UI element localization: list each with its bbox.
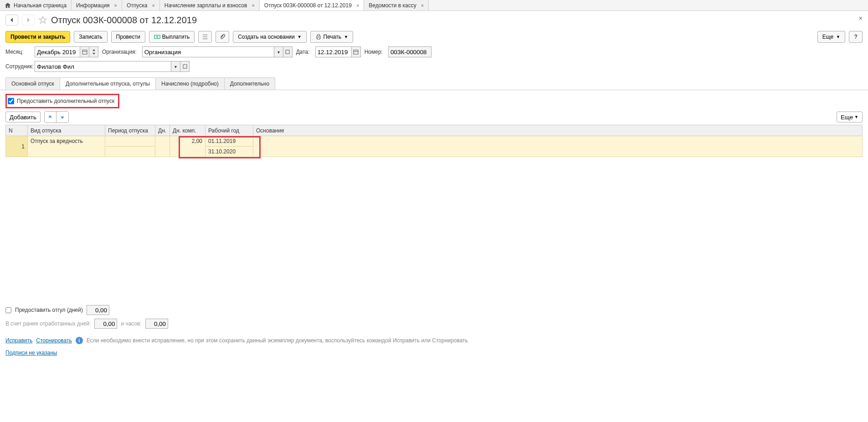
cell-work-year-from[interactable]: 01.11.2019 — [205, 136, 253, 147]
col-header-type[interactable]: Вид отпуска — [28, 125, 105, 136]
cell-n[interactable]: 1 — [6, 136, 28, 157]
cell-days-comp[interactable]: 2,00 — [170, 136, 205, 157]
arrow-left-icon — [9, 17, 15, 23]
additional-vacation-checkbox-label: Предоставить дополнительный отпуск — [17, 98, 114, 104]
table-row[interactable]: 1 Отпуск за вредность 2,00 01.11.2019 — [6, 136, 863, 147]
arrow-up-icon — [47, 114, 53, 120]
tab-cash-registers[interactable]: Ведомости в кассу × — [364, 0, 429, 10]
form-row-1: Месяц: Организация: ▾ Дата: Номер: — [0, 45, 868, 59]
org-input[interactable] — [142, 46, 274, 57]
move-up-button[interactable] — [45, 112, 56, 122]
additional-vacation-checkbox-row: Предоставить дополнительный отпуск — [8, 96, 114, 106]
correct-link[interactable]: Исправить — [5, 337, 32, 344]
signatures-link[interactable]: Подписи не указаны — [5, 350, 57, 356]
add-row-button[interactable]: Добавить — [5, 112, 41, 122]
tab-label: Начальная страница — [14, 2, 67, 9]
hours-input[interactable] — [145, 319, 168, 329]
employee-input[interactable] — [35, 61, 171, 72]
post-button[interactable]: Провести — [111, 31, 145, 43]
cell-period-to[interactable] — [105, 147, 155, 157]
cell-basis[interactable] — [253, 136, 863, 157]
star-icon[interactable] — [38, 15, 47, 25]
list-button[interactable] — [198, 31, 212, 43]
tab-main-vacation[interactable]: Основной отпуск — [5, 77, 60, 90]
chevron-down-icon: ▼ — [854, 115, 858, 119]
close-icon[interactable]: × — [252, 3, 254, 8]
arrow-right-icon — [26, 17, 31, 23]
employee-open-button[interactable] — [180, 61, 190, 72]
more-button[interactable]: Еще ▼ — [817, 31, 845, 43]
worked-days-row: В счет ранее отработанных дней: и часов: — [5, 317, 863, 330]
worked-days-input[interactable] — [94, 319, 117, 329]
compensatory-label: Предоставить отгул (дней) — [15, 307, 83, 313]
org-label: Организация: — [102, 49, 137, 55]
close-icon[interactable]: × — [421, 3, 424, 8]
date-input[interactable] — [315, 46, 352, 57]
tab-payroll[interactable]: Начисление зарплаты и взносов × — [160, 0, 260, 10]
post-and-close-button[interactable]: Провести и закрыть — [5, 31, 70, 43]
calendar-icon — [353, 49, 359, 55]
print-button[interactable]: Печать ▼ — [310, 31, 353, 43]
hours-label: и часов: — [121, 320, 141, 327]
month-spinner-button[interactable] — [89, 46, 98, 57]
calendar-icon — [82, 49, 87, 55]
month-input[interactable] — [35, 46, 80, 57]
compensatory-days-input[interactable] — [87, 305, 109, 315]
tab-extra[interactable]: Дополнительно — [224, 77, 275, 90]
arrow-down-icon — [60, 114, 65, 120]
info-icon: i — [76, 337, 83, 344]
cell-period-from[interactable] — [105, 136, 155, 147]
move-down-button[interactable] — [56, 112, 68, 122]
info-text: Если необходимо внести исправление, но п… — [87, 337, 468, 344]
col-header-basis[interactable]: Основание — [253, 125, 863, 136]
tab-info[interactable]: Информация × — [72, 0, 122, 10]
employee-dropdown-button[interactable]: ▾ — [171, 61, 180, 72]
col-header-n[interactable]: N — [6, 125, 28, 136]
tab-vacation-doc[interactable]: Отпуск 00ЗК-000008 от 12.12.2019 × — [260, 0, 364, 10]
list-icon — [202, 34, 208, 40]
number-input[interactable] — [388, 46, 431, 57]
reverse-link[interactable]: Сторнировать — [36, 337, 72, 344]
col-header-days-comp[interactable]: Дн. комп. — [170, 125, 205, 136]
signatures-row: Подписи не указаны — [5, 347, 863, 359]
nav-forward-button[interactable] — [22, 15, 35, 25]
month-calendar-button[interactable] — [80, 46, 89, 57]
tab-label: Отпуска — [127, 2, 147, 9]
compensatory-row: Предоставить отгул (дней) — [5, 303, 863, 317]
additional-vacation-checkbox[interactable] — [8, 98, 14, 104]
compensatory-checkbox[interactable] — [5, 307, 11, 313]
doc-tabs: Основной отпуск Дополнительные отпуска, … — [0, 76, 868, 90]
create-based-button[interactable]: Создать на основании ▼ — [233, 31, 306, 43]
tab-accrued[interactable]: Начислено (подробно) — [155, 77, 225, 90]
employee-label: Сотрудник: — [5, 63, 29, 70]
help-button[interactable]: ? — [849, 31, 863, 43]
attach-button[interactable] — [216, 31, 229, 43]
close-icon[interactable]: × — [114, 3, 117, 8]
tab-vacations[interactable]: Отпуска × — [122, 0, 160, 10]
col-header-days[interactable]: Дн. — [155, 125, 170, 136]
col-header-work-year[interactable]: Рабочий год — [205, 125, 253, 136]
tab-label: Ведомости в кассу — [369, 2, 416, 9]
cell-type[interactable]: Отпуск за вредность — [28, 136, 105, 157]
pay-button[interactable]: Выплатить — [149, 31, 195, 43]
svg-rect-6 — [286, 50, 289, 54]
open-icon — [285, 50, 290, 54]
nav-back-button[interactable] — [5, 15, 18, 25]
tab-home[interactable]: Начальная страница — [0, 0, 72, 10]
close-icon[interactable]: × — [356, 3, 359, 8]
cell-days[interactable] — [155, 136, 170, 157]
date-calendar-button[interactable] — [352, 46, 361, 57]
close-page-button[interactable]: × — [859, 15, 863, 22]
tab-additional-vacation[interactable]: Дополнительные отпуска, отгулы — [60, 77, 156, 90]
org-open-button[interactable] — [283, 46, 293, 57]
col-header-period[interactable]: Период отпуска — [105, 125, 155, 136]
table-more-button[interactable]: Еще ▼ — [837, 112, 863, 122]
org-dropdown-button[interactable]: ▾ — [274, 46, 283, 57]
tab-bar: Начальная страница Информация × Отпуска … — [0, 0, 868, 11]
save-button[interactable]: Записать — [74, 31, 107, 43]
close-icon[interactable]: × — [152, 3, 154, 8]
svg-point-1 — [156, 36, 158, 38]
spinner-icon — [92, 49, 96, 55]
cell-work-year-to[interactable]: 31.10.2020 — [205, 147, 253, 157]
attach-icon — [219, 34, 226, 40]
